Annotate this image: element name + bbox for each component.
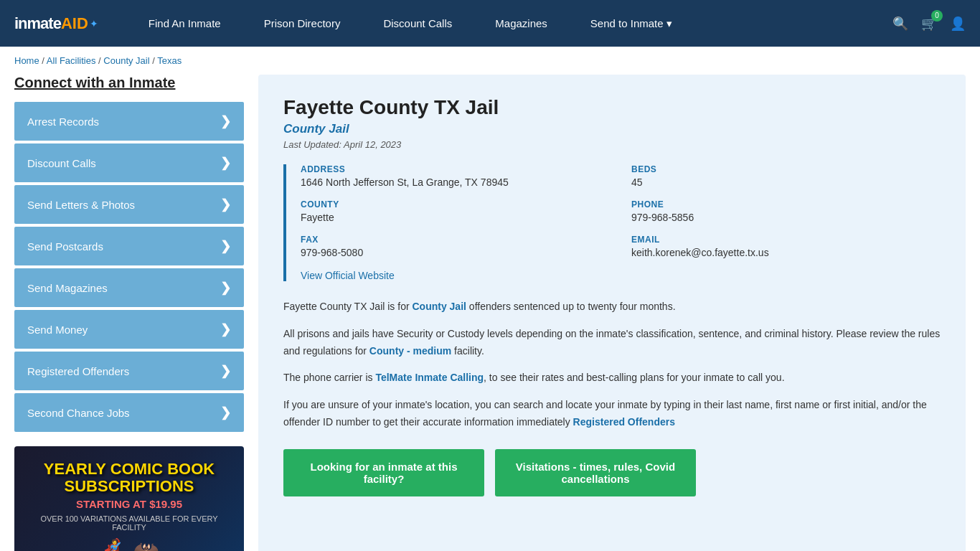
sidebar-item-discount-calls[interactable]: Discount Calls ❯ — [14, 143, 244, 182]
email-label: EMAIL — [631, 235, 941, 245]
beds-value: 45 — [631, 176, 941, 188]
visitations-button[interactable]: Visitations - times, rules, Covid cancel… — [495, 449, 696, 496]
logo-icon: AID — [61, 14, 88, 33]
user-icon[interactable]: 👤 — [950, 16, 966, 32]
ad-price: STARTING AT $19.95 — [76, 498, 182, 510]
main-nav: Find An Inmate Prison Directory Discount… — [127, 17, 892, 30]
facility-updated: Last Updated: April 12, 2023 — [283, 139, 941, 150]
ad-title: YEARLY COMIC BOOKSUBSCRIPTIONS — [44, 461, 215, 495]
nav-find-inmate[interactable]: Find An Inmate — [127, 17, 242, 29]
fax-label: FAX — [301, 235, 610, 245]
address-label: ADDRESS — [301, 164, 610, 174]
sidebar-item-send-magazines[interactable]: Send Magazines ❯ — [14, 268, 244, 307]
logo-decoration: ✦ — [90, 18, 98, 29]
chevron-right-icon: ❯ — [220, 280, 231, 296]
facility-description: Fayette County TX Jail is for County Jai… — [283, 298, 941, 431]
nav-send-to-inmate[interactable]: Send to Inmate ▾ — [569, 17, 694, 30]
nav-discount-calls[interactable]: Discount Calls — [362, 17, 473, 29]
chevron-right-icon: ❯ — [220, 363, 231, 379]
chevron-right-icon: ❯ — [220, 238, 231, 254]
search-icon[interactable]: 🔍 — [892, 16, 908, 32]
desc-para-4: If you are unsure of your inmate's locat… — [283, 397, 941, 431]
ad-banner[interactable]: YEARLY COMIC BOOKSUBSCRIPTIONS STARTING … — [14, 446, 244, 551]
chevron-right-icon: ❯ — [220, 155, 231, 171]
email-value: keith.korenek@co.fayette.tx.us — [631, 247, 941, 258]
breadcrumb-texas[interactable]: Texas — [157, 55, 182, 66]
nav-prison-directory[interactable]: Prison Directory — [242, 17, 362, 29]
fax-block: FAX 979-968-5080 — [301, 235, 610, 258]
chevron-right-icon: ❯ — [220, 405, 231, 420]
desc-para-3: The phone carrier is TelMate Inmate Call… — [283, 369, 941, 387]
website-block: View Official Website — [301, 270, 941, 281]
desc-para-1: Fayette County TX Jail is for County Jai… — [283, 298, 941, 316]
sidebar-menu: Arrest Records ❯ Discount Calls ❯ Send L… — [14, 102, 244, 432]
chevron-right-icon: ❯ — [220, 197, 231, 212]
address-value: 1646 North Jefferson St, La Grange, TX 7… — [301, 176, 610, 188]
action-buttons: Looking for an inmate at this facility? … — [283, 449, 941, 496]
main-layout: Connect with an Inmate Arrest Records ❯ … — [0, 75, 980, 551]
phone-value: 979-968-5856 — [631, 212, 941, 223]
header: inmate AID ✦ Find An Inmate Prison Direc… — [0, 0, 980, 47]
facility-content: Fayette County TX Jail County Jail Last … — [258, 75, 966, 551]
sidebar: Connect with an Inmate Arrest Records ❯ … — [14, 75, 244, 551]
breadcrumb-county-jail[interactable]: County Jail — [103, 55, 149, 66]
chevron-right-icon: ❯ — [220, 113, 231, 129]
batman-icon: 🦇 — [133, 537, 159, 551]
sidebar-item-send-money[interactable]: Send Money ❯ — [14, 310, 244, 349]
telmate-link[interactable]: TelMate Inmate Calling — [375, 372, 484, 383]
logo[interactable]: inmate AID ✦ — [14, 14, 98, 33]
email-block: EMAIL keith.korenek@co.fayette.tx.us — [631, 235, 941, 258]
facility-type: County Jail — [283, 122, 941, 136]
chevron-right-icon: ❯ — [220, 321, 231, 337]
county-value: Fayette — [301, 212, 610, 223]
phone-label: PHONE — [631, 199, 941, 209]
sidebar-item-registered-offenders[interactable]: Registered Offenders ❯ — [14, 352, 244, 390]
cart-icon[interactable]: 🛒 0 — [921, 16, 937, 32]
address-block: ADDRESS 1646 North Jefferson St, La Gran… — [301, 164, 610, 188]
logo-text: inmate — [14, 14, 61, 33]
facility-info-grid: ADDRESS 1646 North Jefferson St, La Gran… — [283, 164, 941, 281]
ad-note: OVER 100 VARIATIONS AVAILABLE FOR EVERY … — [25, 514, 233, 532]
sidebar-title: Connect with an Inmate — [14, 75, 244, 91]
breadcrumb-home[interactable]: Home — [14, 55, 39, 66]
phone-block: PHONE 979-968-5856 — [631, 199, 941, 223]
beds-label: BEDS — [631, 164, 941, 174]
header-icons: 🔍 🛒 0 👤 — [892, 16, 966, 32]
breadcrumb-all-facilities[interactable]: All Facilities — [47, 55, 96, 66]
superman-icon: 🦸 — [99, 537, 126, 551]
county-label: COUNTY — [301, 199, 610, 209]
sidebar-item-send-letters-photos[interactable]: Send Letters & Photos ❯ — [14, 185, 244, 224]
sidebar-item-second-chance-jobs[interactable]: Second Chance Jobs ❯ — [14, 393, 244, 432]
desc-para-2: All prisons and jails have Security or C… — [283, 326, 941, 360]
county-medium-link[interactable]: County - medium — [369, 345, 451, 357]
cart-badge: 0 — [931, 10, 943, 22]
registered-offenders-link[interactable]: Registered Offenders — [573, 416, 675, 428]
sidebar-item-send-postcards[interactable]: Send Postcards ❯ — [14, 227, 244, 265]
ad-heroes: 🦸 🦇 — [99, 537, 159, 551]
nav-magazines[interactable]: Magazines — [473, 17, 569, 29]
county-block: COUNTY Fayette — [301, 199, 610, 223]
beds-block: BEDS 45 — [631, 164, 941, 188]
sidebar-item-arrest-records[interactable]: Arrest Records ❯ — [14, 102, 244, 141]
county-jail-link[interactable]: County Jail — [412, 301, 466, 312]
facility-title: Fayette County TX Jail — [283, 96, 941, 119]
looking-for-inmate-button[interactable]: Looking for an inmate at this facility? — [283, 449, 484, 496]
breadcrumb: Home / All Facilities / County Jail / Te… — [0, 47, 980, 75]
fax-value: 979-968-5080 — [301, 247, 610, 258]
official-website-link[interactable]: View Official Website — [301, 270, 395, 281]
